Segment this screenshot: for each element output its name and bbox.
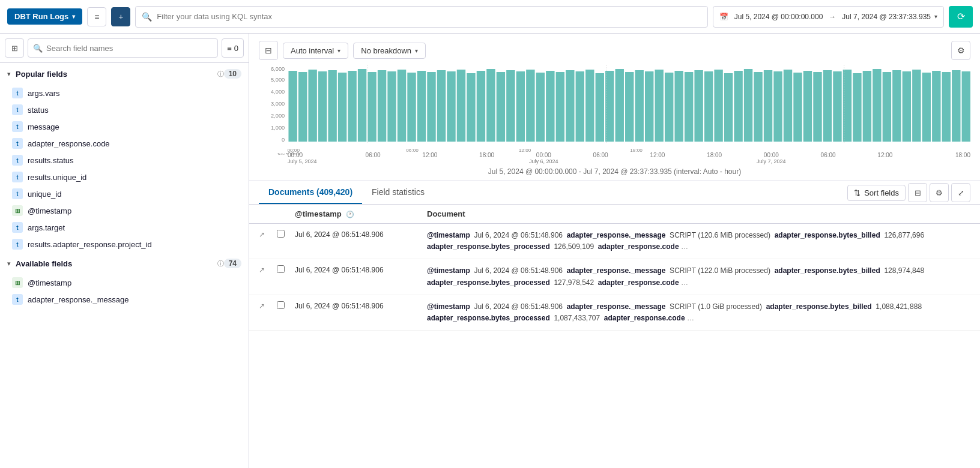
field-type-icon: t (12, 172, 23, 182)
svg-rect-45 (665, 73, 673, 142)
expand-row-button[interactable]: ↗ (259, 265, 277, 274)
field-type-icon: t (12, 104, 23, 115)
table-row: ↗ Jul 6, 2024 @ 06:51:48.906 @timestamp … (249, 259, 980, 295)
field-name: adapter_response._message (28, 295, 129, 304)
field-name: results.unique_id (28, 173, 86, 182)
search-fields-container: 🔍 (28, 38, 218, 58)
svg-rect-72 (932, 71, 940, 142)
svg-rect-23 (447, 71, 455, 142)
row-checkbox-input[interactable] (277, 301, 285, 309)
row-document: @timestamp Jul 6, 2024 @ 06:51:48.906 ad… (427, 265, 970, 288)
svg-rect-17 (387, 71, 396, 142)
popular-fields-count: 10 (224, 69, 241, 79)
chart-settings-button[interactable]: ⚙ (951, 41, 970, 60)
svg-rect-13 (348, 71, 356, 142)
table-row: ↗ Jul 6, 2024 @ 06:51:48.906 @timestamp … (249, 224, 980, 259)
row-checkbox[interactable] (277, 230, 295, 239)
svg-rect-24 (457, 70, 465, 142)
column-settings-button[interactable]: ⚙ (930, 183, 949, 202)
svg-rect-41 (625, 72, 634, 142)
add-icon-button[interactable]: + (111, 7, 130, 26)
tab-documents[interactable]: Documents (409,420) (259, 181, 362, 204)
row-checkbox-input[interactable] (277, 230, 285, 238)
field-name: args.vars (28, 89, 59, 98)
field-name: unique_id (28, 190, 61, 199)
svg-rect-27 (486, 69, 495, 142)
breakdown-button[interactable]: No breakdown ▾ (353, 43, 426, 59)
search-fields-input[interactable] (46, 44, 213, 53)
svg-rect-46 (674, 71, 683, 142)
tab-field-statistics[interactable]: Field statistics (362, 181, 434, 204)
svg-rect-10 (318, 71, 327, 142)
svg-rect-58 (793, 73, 802, 142)
refresh-button[interactable]: ⟳ (949, 6, 973, 28)
expand-row-button[interactable]: ↗ (259, 230, 277, 239)
field-message[interactable]: t message (0, 118, 249, 135)
field-name: results.status (28, 156, 74, 165)
sort-fields-button[interactable]: ⇅ Sort fields (847, 185, 906, 201)
row-timestamp: Jul 6, 2024 @ 06:51:48.906 (295, 230, 427, 239)
svg-rect-33 (546, 71, 554, 142)
field-name: message (28, 122, 59, 131)
row-checkbox-input[interactable] (277, 265, 285, 273)
ellipsis: … (681, 278, 688, 287)
calendar-icon: 📅 (719, 13, 728, 21)
svg-rect-40 (616, 69, 624, 142)
svg-text:0: 0 (282, 137, 285, 143)
sidebar-toolbar: ⊞ 🔍 ≡ 0 (0, 34, 249, 63)
field-adapter-response-code[interactable]: t adapter_response.code (0, 135, 249, 152)
table-view-button[interactable]: ⊟ (908, 183, 927, 202)
svg-text:6,000: 6,000 (271, 66, 285, 72)
tabs-bar: Documents (409,420) Field statistics ⇅ S… (249, 181, 980, 205)
field-timestamp-popular[interactable]: ⊞ @timestamp (0, 202, 249, 219)
field-results-status[interactable]: t results.status (0, 152, 249, 169)
svg-rect-22 (437, 70, 446, 142)
field-name: @timestamp (28, 278, 71, 287)
kql-filter-input[interactable] (157, 12, 701, 21)
svg-text:3,000: 3,000 (271, 101, 285, 107)
svg-rect-57 (784, 70, 792, 142)
svg-rect-65 (863, 71, 871, 142)
field-status[interactable]: t status (0, 101, 249, 118)
toggle-sidebar-button[interactable]: ⊞ (5, 38, 24, 58)
field-label: adapter_response.bytes_billed (775, 266, 880, 275)
field-results-adapter-project-id[interactable]: t results.adapter_response.project_id (0, 236, 249, 253)
svg-text:4,000: 4,000 (271, 89, 285, 95)
field-label: adapter_response.bytes_billed (766, 302, 872, 311)
top-bar: DBT Run Logs ▾ ≡ + 🔍 📅 Jul 5, 2024 @ 00:… (0, 0, 980, 34)
popular-fields-title: Popular fields (16, 70, 215, 79)
date-range-picker[interactable]: 📅 Jul 5, 2024 @ 00:00:00.000 → Jul 7, 20… (713, 6, 944, 28)
dbt-run-logs-button[interactable]: DBT Run Logs ▾ (7, 8, 82, 25)
date-end: Jul 7, 2024 @ 23:37:33.935 (842, 13, 931, 21)
chevron-down-icon: ▾ (934, 13, 937, 20)
svg-rect-19 (407, 73, 416, 142)
field-args-vars[interactable]: t args.vars (0, 85, 249, 101)
field-timestamp-available[interactable]: ⊞ @timestamp (0, 274, 249, 291)
row-checkbox[interactable] (277, 265, 295, 275)
svg-rect-28 (497, 72, 505, 142)
field-unique-id[interactable]: t unique_id (0, 185, 249, 202)
expand-row-button[interactable]: ↗ (259, 301, 277, 310)
available-fields-section-header[interactable]: ▾ Available fields ⓘ 74 (0, 253, 249, 274)
chart-type-button[interactable]: ⊟ (259, 41, 278, 60)
content-area: ⊟ Auto interval ▾ No breakdown ▾ ⚙ 6,000… (249, 34, 980, 468)
svg-rect-15 (368, 72, 376, 142)
field-args-target[interactable]: t args.target (0, 219, 249, 236)
svg-rect-50 (714, 70, 722, 142)
filter-count-button[interactable]: ≡ 0 (222, 38, 244, 58)
svg-rect-52 (734, 71, 742, 142)
field-adapter-response-message[interactable]: t adapter_response._message (0, 291, 249, 308)
timestamp-field-label: @timestamp (427, 231, 470, 239)
svg-rect-36 (576, 71, 584, 142)
expand-button[interactable]: ⤢ (951, 183, 970, 202)
row-timestamp: Jul 6, 2024 @ 06:51:48.906 (295, 301, 427, 310)
interval-button[interactable]: Auto interval ▾ (283, 43, 348, 59)
svg-rect-35 (566, 70, 574, 142)
svg-rect-37 (585, 70, 594, 142)
field-results-unique-id[interactable]: t results.unique_id (0, 169, 249, 185)
popular-fields-section-header[interactable]: ▾ Popular fields ⓘ 10 (0, 63, 249, 85)
field-label: adapter_response.bytes_processed (427, 242, 550, 251)
svg-rect-69 (903, 71, 911, 142)
filter-icon-button[interactable]: ≡ (87, 7, 106, 26)
row-checkbox[interactable] (277, 301, 295, 311)
